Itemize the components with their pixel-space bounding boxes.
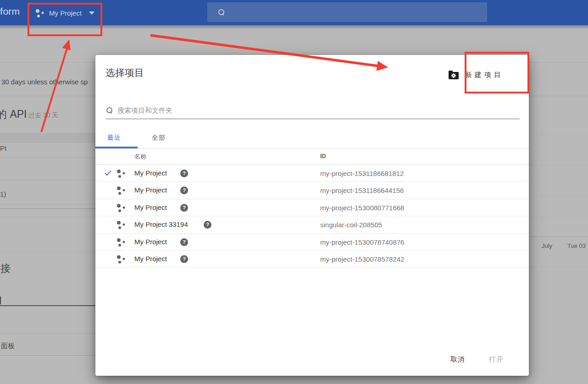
help-icon[interactable]: [180, 238, 188, 246]
dialog-title: 选择项目: [105, 66, 144, 79]
active-tab-underline: [95, 147, 138, 148]
bg-table-header-band: [0, 133, 95, 143]
project-row[interactable]: My Project my-project-1531186644156: [95, 182, 529, 199]
project-name: My Project: [134, 255, 167, 263]
bg-divider: [0, 204, 95, 204]
bg-section-fragment: 接: [0, 262, 11, 275]
bg-divider: [529, 165, 588, 165]
tab-recent[interactable]: 最近: [107, 134, 121, 142]
project-id: my-project-1530080771668: [320, 204, 404, 212]
bg-link-fragment: 面板: [1, 342, 15, 351]
annotation-box-project-switcher: [28, 3, 102, 36]
project-id: my-project-1531186681812: [320, 170, 404, 177]
bg-divider: [0, 180, 95, 180]
project-name: My Project: [134, 203, 167, 211]
project-id: my-project-1530078740876: [320, 238, 404, 246]
bg-api-period: 过去 30 天: [28, 111, 58, 120]
project-row[interactable]: My Project 33194 singular-coil-208505: [95, 216, 529, 233]
bg-divider: [0, 208, 95, 209]
bg-divider: [529, 134, 588, 135]
project-icon: [117, 186, 126, 195]
bg-divider: [0, 355, 95, 356]
project-icon: [117, 255, 126, 263]
help-icon[interactable]: [180, 170, 188, 177]
bg-calendar-month: July: [542, 242, 552, 249]
project-name: My Project: [134, 186, 167, 194]
tabs-separator: [95, 148, 529, 148]
tab-all[interactable]: 全部: [152, 134, 166, 142]
bg-calendar-day: Tue 03: [567, 242, 586, 249]
bg-divider: [0, 157, 95, 158]
bg-divider: [0, 333, 95, 334]
bg-divider: [0, 251, 95, 252]
project-icon: [117, 169, 126, 178]
column-header-id: ID: [320, 153, 326, 159]
bg-divider: [0, 217, 95, 217]
bg-divider: [529, 267, 588, 267]
project-id: my-project-1531186644156: [320, 187, 404, 194]
bg-text-cursor: [0, 296, 1, 304]
project-icon: [117, 220, 126, 229]
check-icon: [105, 169, 111, 176]
help-icon[interactable]: [180, 187, 188, 194]
global-search-bar[interactable]: [207, 2, 487, 22]
project-name: My Project: [134, 238, 167, 246]
bg-input-underline: [0, 305, 95, 306]
project-icon: [117, 203, 126, 212]
project-row[interactable]: My Project my-project-1530080771668: [95, 199, 529, 216]
select-project-dialog: 选择项目 新建项目 最近 全部 名称 ID My Project my-proj…: [95, 55, 529, 376]
project-name: My Project 33194: [134, 220, 188, 228]
project-table: My Project my-project-1531186681812 My P…: [95, 165, 529, 268]
cancel-button[interactable]: 取消: [441, 351, 474, 368]
help-icon[interactable]: [204, 221, 211, 229]
annotation-box-new-project: [465, 52, 529, 93]
project-name: My Project: [134, 169, 167, 177]
project-row[interactable]: My Project my-project-1531186681812: [95, 165, 529, 182]
bg-divider: [529, 236, 588, 237]
project-id: my-project-1530078578242: [320, 255, 404, 263]
bg-api-heading: 的 API: [0, 107, 27, 121]
project-search-input[interactable]: [117, 104, 388, 116]
screen: form My Project 30 days unless otherwise…: [0, 0, 588, 384]
column-header-name: 名称: [134, 153, 146, 161]
project-row[interactable]: My Project my-project-1530078578242: [95, 251, 529, 268]
bg-notice-text: 30 days unless otherwise sp: [1, 78, 88, 86]
bg-row-fragment: PI: [0, 144, 6, 152]
new-project-folder-icon: [449, 72, 459, 79]
search-icon: [106, 107, 113, 114]
bg-row-fragment: 1): [0, 190, 6, 198]
project-id: singular-coil-208505: [320, 221, 382, 229]
project-icon: [117, 238, 126, 247]
project-row[interactable]: My Project my-project-1530078740876: [95, 234, 529, 251]
search-underline: [105, 119, 520, 119]
bg-divider: [529, 217, 588, 217]
bg-divider: [529, 196, 588, 197]
brand-fragment: form: [0, 6, 20, 17]
help-icon[interactable]: [180, 204, 188, 212]
open-button[interactable]: 打开: [480, 351, 513, 368]
help-icon[interactable]: [180, 255, 188, 263]
